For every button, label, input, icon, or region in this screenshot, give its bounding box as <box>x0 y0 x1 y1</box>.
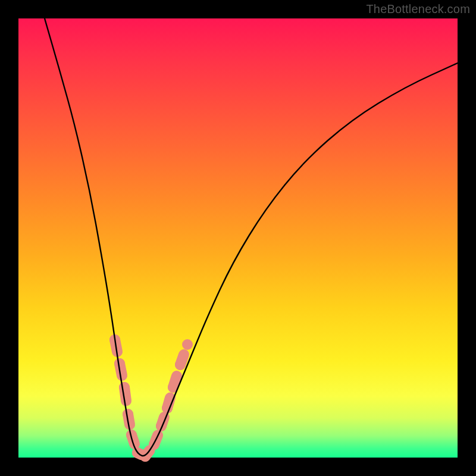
v-curve <box>45 18 458 456</box>
marker-dot <box>140 451 151 462</box>
marker-dot <box>119 382 130 393</box>
chart-svg-layer <box>18 18 458 458</box>
watermark-text: TheBottleneck.com <box>366 2 470 16</box>
marker-dot <box>175 359 186 370</box>
chart-frame: TheBottleneck.com <box>0 0 476 476</box>
marker-dot <box>182 339 193 350</box>
markers-group <box>109 334 193 462</box>
